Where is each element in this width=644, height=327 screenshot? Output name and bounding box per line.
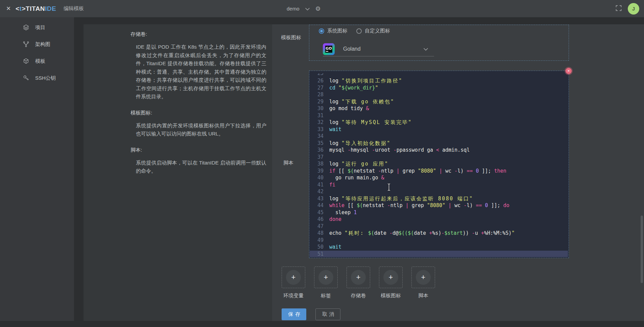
sidebar-item-3[interactable]: 模板	[0, 53, 74, 70]
code-line: 43log "等待应用运行起来后，应该会监听 8080 端口"	[310, 195, 568, 202]
icon-select-dropdown[interactable]: GO Goland	[323, 42, 434, 56]
code-line: 41fi	[310, 181, 568, 188]
line-number: 33	[310, 126, 329, 133]
line-number: 29	[310, 98, 329, 105]
line-number: 47	[310, 223, 329, 230]
code-line: 49	[310, 237, 568, 244]
add-button-4[interactable]: +	[379, 267, 403, 288]
add-button-label: 标签	[314, 293, 338, 299]
line-number: 42	[310, 188, 329, 195]
logo-t: t	[20, 5, 22, 12]
line-number: 32	[310, 119, 329, 126]
code-line: 38log "运行 go 应用"	[310, 160, 568, 168]
icon-select-value: Goland	[343, 46, 361, 52]
form-panel: 模板图标 脚本 系统图标 自定义图标 GO Goland ✕ 2526log "	[272, 24, 644, 321]
app-logo: <t>TITANIDE	[16, 0, 56, 17]
line-number: 48	[310, 230, 329, 237]
code-line: 30go mod tidy &	[310, 105, 568, 112]
doc-section-title: 模板图标:	[130, 110, 266, 116]
cancel-button[interactable]: 取消	[315, 308, 340, 320]
plus-icon: +	[383, 270, 398, 285]
code-line: 48echo "耗时: $(date -d@$(($(date +%s)-$st…	[310, 230, 568, 237]
code-line: 42	[310, 188, 568, 195]
code-line: 32log "等待 MySQL 安装完毕"	[310, 119, 568, 126]
code-line: 36mysql -hmysql -uroot -ppassword ga < a…	[310, 147, 568, 154]
doc-section-title: 脚本:	[130, 147, 266, 153]
plus-icon: +	[318, 270, 333, 285]
code-line: 29log "下载 go 依赖包"	[310, 98, 568, 105]
sidebar-item-label: 项目	[35, 24, 45, 31]
plus-icon: +	[416, 270, 431, 285]
script-section-label: 脚本	[283, 160, 293, 166]
script-code-editor[interactable]: ✕ 2526log "切换到项目工作路径"27cd "${work_dir}"2…	[309, 71, 569, 258]
doc-section-title: 存储卷:	[130, 31, 266, 37]
code-line: 46done	[310, 216, 568, 223]
fullscreen-icon[interactable]	[615, 5, 622, 13]
remove-section-badge[interactable]: ✕	[566, 68, 572, 74]
close-icon[interactable]: ✕	[6, 0, 11, 17]
doc-section-body: IDE 是以 POD 工作在 K8s 节点之上的，因此开发环境内修改过文件在重启…	[130, 43, 266, 101]
code-line: 50wait	[310, 244, 568, 251]
add-button-label: 环境变量	[282, 293, 305, 299]
template-cube-icon	[23, 58, 29, 65]
code-area[interactable]: 2526log "切换到项目工作路径"27cd "${work_dir}"282…	[310, 71, 568, 257]
line-number: 44	[310, 202, 329, 209]
sidebar-item-1[interactable]: 项目	[0, 19, 74, 36]
line-number: 36	[310, 147, 329, 154]
code-line: 39if [[ $(netstat -ntlp | grep "8080" | …	[310, 168, 568, 175]
line-number: 37	[310, 154, 329, 161]
line-number: 45	[310, 209, 329, 216]
line-number: 39	[310, 168, 329, 175]
save-button[interactable]: 保存	[282, 308, 306, 320]
code-line-current: 51	[310, 251, 568, 257]
line-number: 46	[310, 216, 329, 223]
radio-unselected-dot[interactable]	[356, 28, 362, 34]
line-number: 34	[310, 133, 329, 140]
doc-section-body: 系统提供启动脚本，可以在 TitanIDE 启动前调用一些默认的命令。	[130, 159, 266, 175]
radio-system-icon[interactable]: 系统图标	[319, 28, 348, 34]
gear-icon[interactable]: ⚙	[315, 6, 321, 12]
code-line: 33wait	[310, 126, 568, 133]
page-title: 编辑模板	[64, 0, 84, 17]
workspace-switcher[interactable]: demo	[287, 6, 300, 11]
line-number: 38	[310, 160, 329, 168]
line-number: 50	[310, 244, 329, 251]
ssh-key-icon	[23, 75, 29, 81]
chevron-down-icon[interactable]	[305, 6, 310, 12]
add-button-3[interactable]: +	[347, 267, 370, 288]
add-button-2[interactable]: +	[314, 267, 338, 288]
goland-icon: GO	[323, 43, 335, 55]
line-number: 41	[310, 181, 329, 188]
page-scrollbar-thumb[interactable]	[641, 216, 643, 283]
radio-selected-dot[interactable]	[319, 28, 324, 34]
sidebar-item-2[interactable]: 架构图	[0, 36, 74, 53]
radio-custom-icon[interactable]: 自定义图标	[356, 28, 390, 34]
sidebar-item-label: 模板	[35, 58, 45, 65]
chevron-down-icon[interactable]	[424, 46, 428, 52]
code-line: 40 go run main.go &	[310, 174, 568, 181]
plus-icon: +	[351, 270, 366, 285]
line-number: 26	[310, 77, 329, 84]
line-number: 27	[310, 84, 329, 92]
line-number: 49	[310, 237, 329, 244]
line-number: 31	[310, 112, 329, 119]
logo-bracket-left: <	[16, 5, 20, 12]
sidebar-item-4[interactable]: SSH公钥	[0, 70, 74, 86]
sidebar-item-label: SSH公钥	[35, 75, 56, 81]
logo-ide: IDE	[45, 5, 56, 12]
code-line-clipped: 25	[310, 73, 568, 77]
add-button-label: 模板图标	[379, 293, 403, 299]
code-line: 26log "切换到项目工作路径"	[310, 77, 568, 84]
line-number: 40	[310, 174, 329, 181]
add-button-5[interactable]: +	[411, 267, 435, 288]
add-button-label: 存储卷	[347, 293, 370, 299]
help-panel: 存储卷:IDE 是以 POD 工作在 K8s 节点之上的，因此开发环境内修改过文…	[84, 24, 272, 321]
code-line: 47	[310, 223, 568, 230]
help-docs: 存储卷:IDE 是以 POD 工作在 K8s 节点之上的，因此开发环境内修改过文…	[130, 31, 266, 184]
line-number: 30	[310, 105, 329, 112]
avatar[interactable]: J	[628, 3, 639, 15]
top-bar: ✕ <t>TITANIDE 编辑模板 demo ⚙ J	[0, 0, 644, 17]
add-button-1[interactable]: +	[282, 267, 305, 288]
add-button-label: 脚本	[411, 293, 435, 299]
line-number: 43	[310, 195, 329, 202]
